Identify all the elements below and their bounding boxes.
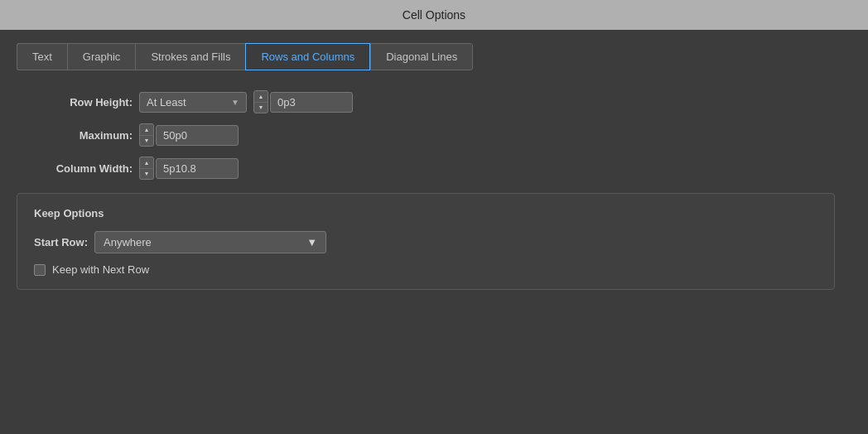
row-height-label: Row Height: [33,96,133,108]
title-bar: Cell Options [0,0,868,30]
keep-next-row-checkbox[interactable] [34,264,46,276]
maximum-down-arrow[interactable]: ▼ [140,136,153,147]
start-row-label: Start Row: [34,236,88,248]
column-width-input[interactable] [156,158,239,179]
maximum-spinner-arrows[interactable]: ▲ ▼ [139,123,154,147]
tab-rows-columns[interactable]: Rows and Columns [245,43,370,70]
tab-graphic[interactable]: Graphic [67,43,136,70]
maximum-spinner: ▲ ▼ [139,123,239,147]
row-height-down-arrow[interactable]: ▼ [254,103,268,113]
maximum-label: Maximum: [33,129,133,142]
maximum-row: Maximum: ▲ ▼ [33,123,851,147]
keep-next-row-label: Keep with Next Row [52,263,149,276]
start-row-dropdown[interactable]: Anywhere ▼ [94,231,326,253]
column-width-row: Column Width: ▲ ▼ [33,157,851,180]
row-height-spinner: ▲ ▼ [253,90,353,113]
row-height-dropdown[interactable]: At Least ▼ [139,92,247,113]
dialog-title: Cell Options [403,8,465,22]
row-height-dropdown-arrow: ▼ [231,98,239,107]
tab-strokes-fills[interactable]: Strokes and Fills [135,43,245,70]
tab-text[interactable]: Text [17,43,67,70]
row-height-dropdown-value: At Least [147,96,186,108]
row-height-up-arrow[interactable]: ▲ [254,91,268,103]
row-height-spinner-arrows[interactable]: ▲ ▼ [253,90,268,113]
column-width-spinner-arrows[interactable]: ▲ ▼ [139,157,154,180]
start-row-row: Start Row: Anywhere ▼ [34,231,817,253]
keep-next-row-row: Keep with Next Row [34,263,817,276]
keep-options-title: Keep Options [34,207,817,219]
column-width-down-arrow[interactable]: ▼ [140,169,153,180]
column-width-up-arrow[interactable]: ▲ [140,157,153,169]
tab-diagonal-lines[interactable]: Diagonal Lines [370,43,473,70]
form-section: Row Height: At Least ▼ ▲ ▼ Maximum: ▲ ▼ [17,90,851,180]
maximum-up-arrow[interactable]: ▲ [140,124,153,136]
maximum-input[interactable] [156,125,239,146]
column-width-spinner: ▲ ▼ [139,157,239,180]
row-height-row: Row Height: At Least ▼ ▲ ▼ [33,90,851,113]
keep-options-section: Keep Options Start Row: Anywhere ▼ Keep … [17,193,835,290]
tab-bar: Text Graphic Strokes and Fills Rows and … [17,43,851,70]
dialog-body: Text Graphic Strokes and Fills Rows and … [0,30,868,303]
row-height-input[interactable] [270,92,353,113]
column-width-label: Column Width: [33,162,133,175]
start-row-value: Anywhere [104,236,152,248]
start-row-arrow: ▼ [306,236,317,248]
